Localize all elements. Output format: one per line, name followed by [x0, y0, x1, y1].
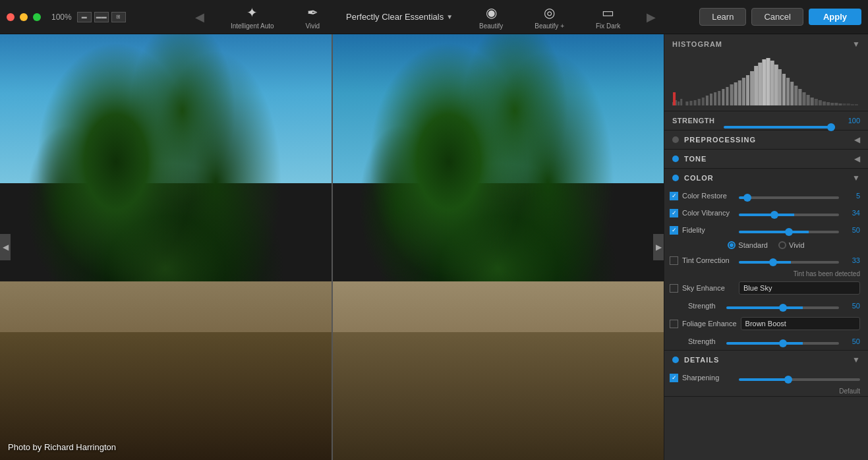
color-header[interactable]: COLOR ▼	[664, 169, 868, 187]
strength-slider[interactable]	[724, 126, 835, 129]
color-status-dot	[672, 175, 679, 181]
svg-rect-16	[730, 84, 734, 105]
fidelity-standard-option[interactable]: Standard	[728, 241, 768, 249]
svg-rect-47	[855, 104, 858, 105]
image-area: ◀ Photo by Richard Harrington ▶	[0, 34, 664, 460]
svg-rect-30	[786, 78, 790, 105]
svg-rect-46	[851, 104, 854, 105]
action-buttons: Learn Cancel Apply	[699, 8, 861, 26]
preset-next-arrow[interactable]: ▶	[647, 10, 656, 24]
svg-rect-19	[742, 78, 745, 105]
fidelity-vivid-option[interactable]: Vivid	[778, 241, 805, 249]
photo-credit: Photo by Richard Harrington	[8, 442, 116, 452]
main-content: ◀ Photo by Richard Harrington ▶	[0, 34, 868, 460]
preset-fix-dark[interactable]: ▭ Fix Dark	[591, 2, 625, 32]
maximize-button[interactable]	[33, 13, 41, 21]
sharpening-checkbox[interactable]: ✓	[670, 374, 678, 382]
preset-beautify-plus[interactable]: ◎ Beautify +	[529, 2, 569, 32]
preset-beautify-label: Beautify	[479, 22, 503, 30]
preset-intelligent-auto[interactable]: ✦ Intelligent Auto	[225, 2, 279, 32]
image-after	[332, 34, 664, 460]
svg-rect-40	[826, 102, 830, 105]
fidelity-label: Fidelity	[682, 226, 735, 234]
sharpening-slider[interactable]	[739, 378, 860, 381]
foliage-enhance-dropdown[interactable]: Brown Boost Green Boost None	[741, 317, 860, 330]
preset-dropdown-arrow: ▼	[446, 13, 453, 20]
sky-enhance-checkbox[interactable]	[670, 284, 678, 293]
tint-correction-slider[interactable]	[739, 261, 839, 264]
strength-slider-container	[724, 119, 835, 122]
color-restore-slider[interactable]	[739, 196, 839, 199]
sharpening-row: ✓ Sharpening	[664, 369, 868, 386]
foliage-strength-slider[interactable]	[726, 342, 839, 345]
details-collapse-icon: ▼	[852, 355, 860, 364]
preset-prev-arrow[interactable]: ◀	[195, 10, 204, 24]
color-vibrancy-slider[interactable]	[739, 214, 839, 216]
svg-rect-8	[698, 99, 701, 105]
sky-strength-value: 50	[843, 302, 860, 310]
preprocessing-header[interactable]: PREPROCESSING ◀	[664, 130, 868, 149]
cancel-button[interactable]: Cancel	[751, 8, 803, 26]
fidelity-checkbox[interactable]: ✓	[670, 226, 678, 235]
beautify-plus-icon: ◎	[544, 5, 555, 20]
preset-vivid[interactable]: ✒ Vivid	[301, 2, 326, 32]
sky-strength-slider[interactable]	[726, 306, 839, 309]
histogram-title: HISTOGRAM	[672, 40, 722, 48]
svg-rect-45	[847, 103, 850, 105]
svg-rect-20	[746, 75, 749, 105]
foliage-strength-slider-wrap	[726, 335, 839, 347]
view-grid[interactable]: ⊞	[111, 12, 126, 22]
sharpening-slider-wrap	[739, 372, 860, 384]
svg-rect-42	[834, 103, 838, 105]
preprocessing-status-dot	[672, 136, 679, 143]
svg-rect-7	[694, 100, 697, 105]
svg-rect-2	[678, 101, 680, 105]
foliage-enhance-row: Foliage Enhance Brown Boost Green Boost …	[664, 314, 868, 333]
sky-enhance-dropdown[interactable]: Blue Sky Sunset None	[739, 281, 860, 295]
current-preset-name: Perfectly Clear Essentials	[346, 12, 444, 22]
tint-correction-slider-wrap	[739, 254, 839, 266]
svg-rect-37	[815, 99, 818, 105]
preset-beautify[interactable]: ◉ Beautify	[474, 2, 508, 32]
foliage-strength-value: 50	[843, 337, 860, 345]
svg-rect-3	[680, 99, 682, 105]
svg-rect-31	[790, 82, 794, 105]
preset-fix-dark-label: Fix Dark	[596, 22, 620, 30]
right-panel-toggle[interactable]: ▶	[653, 234, 664, 260]
svg-rect-28	[778, 69, 782, 105]
learn-button[interactable]: Learn	[699, 8, 746, 26]
minimize-button[interactable]	[20, 13, 28, 21]
svg-rect-35	[807, 95, 810, 105]
histogram-header[interactable]: HISTOGRAM ▼	[672, 40, 860, 49]
preset-vivid-label: Vivid	[306, 22, 320, 30]
sky-enhance-row: Sky Enhance Blue Sky Sunset None	[664, 279, 868, 297]
apply-button[interactable]: Apply	[809, 9, 861, 25]
details-title: DETAILS	[684, 356, 847, 364]
tint-correction-label: Tint Correction	[682, 256, 735, 264]
svg-rect-23	[758, 63, 762, 105]
color-restore-checkbox[interactable]: ✓	[670, 192, 678, 200]
color-section: COLOR ▼ ✓ Color Restore 5 ✓ Color Vibran…	[664, 169, 868, 351]
svg-rect-44	[843, 103, 846, 105]
view-single[interactable]: ▬	[77, 12, 92, 22]
svg-rect-32	[794, 86, 797, 105]
top-bar: 100% ▬ ▬▬ ⊞ ◀ ✦ Intelligent Auto ✒ Vivid…	[0, 0, 868, 34]
left-panel-toggle[interactable]: ◀	[0, 234, 11, 260]
tone-section: TONE ◀	[664, 150, 868, 169]
color-vibrancy-checkbox[interactable]: ✓	[670, 209, 678, 217]
foliage-enhance-checkbox[interactable]	[670, 320, 678, 328]
tone-title: TONE	[684, 155, 849, 163]
svg-rect-41	[830, 103, 834, 105]
close-button[interactable]	[7, 13, 14, 21]
right-panel: HISTOGRAM ▼	[664, 34, 868, 460]
preprocessing-collapse-icon: ◀	[854, 135, 860, 144]
view-split[interactable]: ▬▬	[94, 12, 109, 22]
svg-rect-9	[702, 98, 705, 105]
details-header[interactable]: DETAILS ▼	[664, 351, 868, 369]
svg-rect-12	[714, 92, 716, 105]
tone-header[interactable]: TONE ◀	[664, 150, 868, 168]
svg-rect-27	[774, 65, 778, 105]
preset-name-display[interactable]: Perfectly Clear Essentials ▼	[346, 12, 453, 22]
fidelity-slider[interactable]	[739, 231, 839, 233]
tint-correction-checkbox[interactable]	[670, 256, 678, 265]
